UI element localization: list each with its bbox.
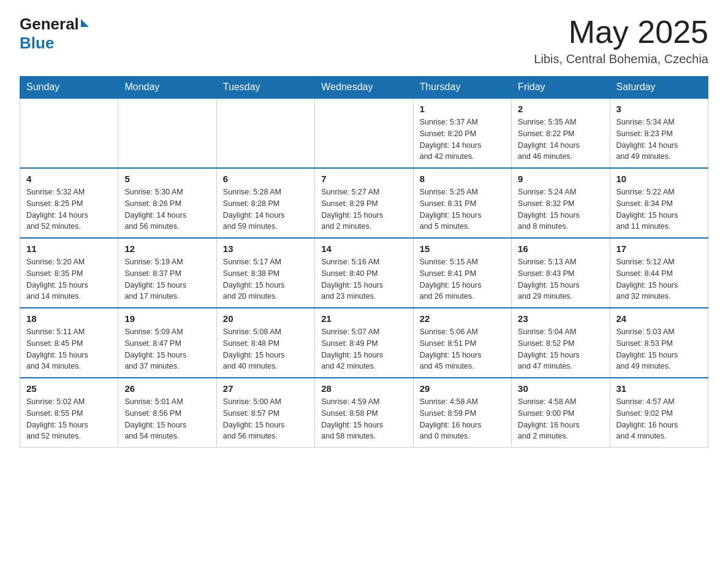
calendar-day-cell: [118, 98, 216, 168]
calendar-day-cell: 3Sunrise: 5:34 AM Sunset: 8:23 PM Daylig…: [610, 98, 708, 168]
day-number: 24: [616, 313, 702, 324]
sun-info: Sunrise: 4:58 AM Sunset: 9:00 PM Dayligh…: [518, 396, 603, 442]
title-block: May 2025 Libis, Central Bohemia, Czechia: [534, 15, 708, 66]
sun-info: Sunrise: 5:28 AM Sunset: 8:28 PM Dayligh…: [223, 186, 308, 232]
calendar-day-cell: 4Sunrise: 5:32 AM Sunset: 8:25 PM Daylig…: [20, 168, 118, 238]
sun-info: Sunrise: 4:57 AM Sunset: 9:02 PM Dayligh…: [616, 396, 702, 442]
day-number: 11: [26, 243, 112, 254]
calendar-day-cell: 14Sunrise: 5:16 AM Sunset: 8:40 PM Dayli…: [315, 238, 413, 308]
day-header-thursday: Thursday: [413, 77, 511, 99]
day-header-sunday: Sunday: [20, 77, 118, 99]
sun-info: Sunrise: 5:16 AM Sunset: 8:40 PM Dayligh…: [321, 256, 406, 302]
calendar-day-cell: 11Sunrise: 5:20 AM Sunset: 8:35 PM Dayli…: [20, 238, 118, 308]
day-number: 14: [321, 243, 406, 254]
calendar-day-cell: 1Sunrise: 5:37 AM Sunset: 8:20 PM Daylig…: [413, 98, 511, 168]
calendar-day-cell: 12Sunrise: 5:19 AM Sunset: 8:37 PM Dayli…: [118, 238, 216, 308]
day-number: 26: [124, 383, 210, 394]
day-number: 15: [420, 243, 505, 254]
calendar-day-cell: 2Sunrise: 5:35 AM Sunset: 8:22 PM Daylig…: [512, 98, 610, 168]
sun-info: Sunrise: 5:11 AM Sunset: 8:45 PM Dayligh…: [26, 326, 112, 372]
sun-info: Sunrise: 5:22 AM Sunset: 8:34 PM Dayligh…: [616, 186, 702, 232]
calendar-day-cell: 23Sunrise: 5:04 AM Sunset: 8:52 PM Dayli…: [512, 308, 610, 378]
day-number: 18: [26, 313, 112, 324]
calendar-week-row: 18Sunrise: 5:11 AM Sunset: 8:45 PM Dayli…: [20, 308, 708, 378]
sun-info: Sunrise: 5:20 AM Sunset: 8:35 PM Dayligh…: [26, 256, 112, 302]
day-number: 13: [223, 243, 308, 254]
logo: General Blue: [20, 15, 89, 53]
calendar-header-row: SundayMondayTuesdayWednesdayThursdayFrid…: [20, 77, 708, 99]
calendar-day-cell: 28Sunrise: 4:59 AM Sunset: 8:58 PM Dayli…: [315, 378, 413, 448]
day-number: 25: [26, 383, 112, 394]
calendar-table: SundayMondayTuesdayWednesdayThursdayFrid…: [20, 76, 708, 448]
day-number: 29: [420, 383, 505, 394]
sun-info: Sunrise: 5:37 AM Sunset: 8:20 PM Dayligh…: [420, 117, 505, 163]
sun-info: Sunrise: 5:13 AM Sunset: 8:43 PM Dayligh…: [518, 256, 603, 302]
calendar-day-cell: 16Sunrise: 5:13 AM Sunset: 8:43 PM Dayli…: [512, 238, 610, 308]
sun-info: Sunrise: 5:07 AM Sunset: 8:49 PM Dayligh…: [321, 326, 406, 372]
calendar-day-cell: [20, 98, 118, 168]
calendar-week-row: 4Sunrise: 5:32 AM Sunset: 8:25 PM Daylig…: [20, 168, 708, 238]
sun-info: Sunrise: 5:34 AM Sunset: 8:23 PM Dayligh…: [616, 117, 702, 163]
calendar-week-row: 1Sunrise: 5:37 AM Sunset: 8:20 PM Daylig…: [20, 98, 708, 168]
calendar-day-cell: 5Sunrise: 5:30 AM Sunset: 8:26 PM Daylig…: [118, 168, 216, 238]
calendar-day-cell: 26Sunrise: 5:01 AM Sunset: 8:56 PM Dayli…: [118, 378, 216, 448]
sun-info: Sunrise: 5:03 AM Sunset: 8:53 PM Dayligh…: [616, 326, 702, 372]
day-number: 17: [616, 243, 702, 254]
calendar-day-cell: 22Sunrise: 5:06 AM Sunset: 8:51 PM Dayli…: [413, 308, 511, 378]
day-number: 16: [518, 243, 603, 254]
sun-info: Sunrise: 5:17 AM Sunset: 8:38 PM Dayligh…: [223, 256, 308, 302]
day-number: 4: [26, 174, 112, 184]
day-number: 31: [616, 383, 702, 394]
sun-info: Sunrise: 5:15 AM Sunset: 8:41 PM Dayligh…: [420, 256, 505, 302]
calendar-day-cell: 21Sunrise: 5:07 AM Sunset: 8:49 PM Dayli…: [315, 308, 413, 378]
day-header-tuesday: Tuesday: [216, 77, 314, 99]
day-number: 6: [223, 174, 308, 184]
calendar-day-cell: 24Sunrise: 5:03 AM Sunset: 8:53 PM Dayli…: [610, 308, 708, 378]
day-number: 22: [420, 313, 505, 324]
day-number: 9: [518, 174, 603, 184]
sun-info: Sunrise: 5:24 AM Sunset: 8:32 PM Dayligh…: [518, 186, 603, 232]
calendar-day-cell: 20Sunrise: 5:08 AM Sunset: 8:48 PM Dayli…: [216, 308, 314, 378]
day-header-friday: Friday: [512, 77, 610, 99]
sun-info: Sunrise: 5:00 AM Sunset: 8:57 PM Dayligh…: [223, 396, 308, 442]
calendar-day-cell: 29Sunrise: 4:58 AM Sunset: 8:59 PM Dayli…: [413, 378, 511, 448]
calendar-day-cell: 6Sunrise: 5:28 AM Sunset: 8:28 PM Daylig…: [216, 168, 314, 238]
sun-info: Sunrise: 5:01 AM Sunset: 8:56 PM Dayligh…: [124, 396, 210, 442]
day-number: 12: [124, 243, 210, 254]
logo-blue-text: Blue: [20, 34, 54, 52]
sun-info: Sunrise: 4:58 AM Sunset: 8:59 PM Dayligh…: [420, 396, 505, 442]
sun-info: Sunrise: 5:12 AM Sunset: 8:44 PM Dayligh…: [616, 256, 702, 302]
day-number: 30: [518, 383, 603, 394]
calendar-day-cell: 18Sunrise: 5:11 AM Sunset: 8:45 PM Dayli…: [20, 308, 118, 378]
calendar-week-row: 25Sunrise: 5:02 AM Sunset: 8:55 PM Dayli…: [20, 378, 708, 448]
calendar-day-cell: 7Sunrise: 5:27 AM Sunset: 8:29 PM Daylig…: [315, 168, 413, 238]
sun-info: Sunrise: 5:08 AM Sunset: 8:48 PM Dayligh…: [223, 326, 308, 372]
sun-info: Sunrise: 5:27 AM Sunset: 8:29 PM Dayligh…: [321, 186, 406, 232]
day-number: 3: [616, 104, 702, 114]
calendar-day-cell: 19Sunrise: 5:09 AM Sunset: 8:47 PM Dayli…: [118, 308, 216, 378]
page-header: General Blue May 2025 Libis, Central Boh…: [20, 15, 708, 66]
calendar-day-cell: 10Sunrise: 5:22 AM Sunset: 8:34 PM Dayli…: [610, 168, 708, 238]
day-number: 23: [518, 313, 603, 324]
sun-info: Sunrise: 5:30 AM Sunset: 8:26 PM Dayligh…: [124, 186, 210, 232]
calendar-day-cell: 27Sunrise: 5:00 AM Sunset: 8:57 PM Dayli…: [216, 378, 314, 448]
sun-info: Sunrise: 5:02 AM Sunset: 8:55 PM Dayligh…: [26, 396, 112, 442]
calendar-week-row: 11Sunrise: 5:20 AM Sunset: 8:35 PM Dayli…: [20, 238, 708, 308]
calendar-day-cell: 13Sunrise: 5:17 AM Sunset: 8:38 PM Dayli…: [216, 238, 314, 308]
day-number: 2: [518, 104, 603, 114]
day-header-saturday: Saturday: [610, 77, 708, 99]
location-text: Libis, Central Bohemia, Czechia: [534, 52, 708, 66]
day-number: 7: [321, 174, 406, 184]
sun-info: Sunrise: 5:04 AM Sunset: 8:52 PM Dayligh…: [518, 326, 603, 372]
sun-info: Sunrise: 4:59 AM Sunset: 8:58 PM Dayligh…: [321, 396, 406, 442]
sun-info: Sunrise: 5:25 AM Sunset: 8:31 PM Dayligh…: [420, 186, 505, 232]
sun-info: Sunrise: 5:19 AM Sunset: 8:37 PM Dayligh…: [124, 256, 210, 302]
calendar-day-cell: 15Sunrise: 5:15 AM Sunset: 8:41 PM Dayli…: [413, 238, 511, 308]
day-number: 20: [223, 313, 308, 324]
day-number: 1: [420, 104, 505, 114]
calendar-day-cell: [216, 98, 314, 168]
day-number: 28: [321, 383, 406, 394]
calendar-day-cell: [315, 98, 413, 168]
day-number: 10: [616, 174, 702, 184]
day-number: 19: [124, 313, 210, 324]
